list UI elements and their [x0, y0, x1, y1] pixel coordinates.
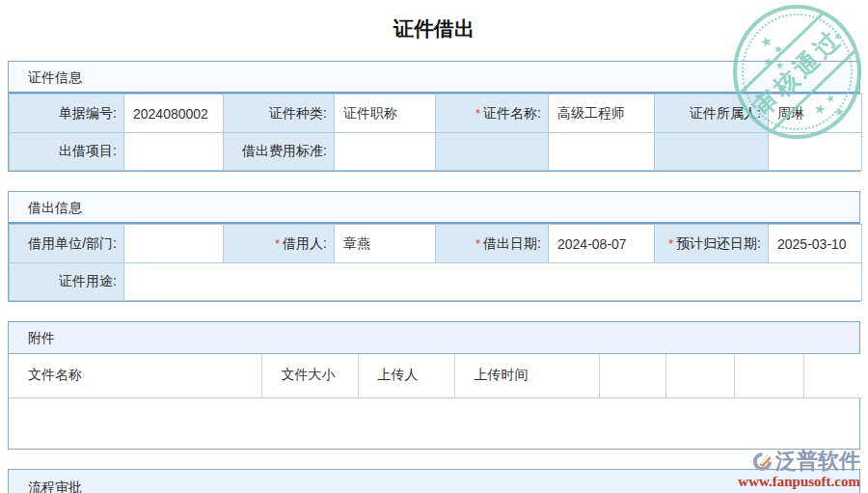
lend-info-section: 借出信息 借用单位/部门: *借用人: 章燕 *借出日期: 2024-08-07… [8, 191, 860, 302]
cert-name-label: *证件名称: [436, 95, 549, 133]
cert-info-section: 证件信息 单据编号: 2024080002 证件种类: 证件职称 *证件名称: … [8, 61, 860, 172]
col-header-upload-time: 上传时间 [454, 354, 599, 397]
required-icon: * [475, 236, 480, 251]
attachments-section-title: 附件 [9, 322, 859, 354]
attachments-table: 文件名称 文件大小 上传人 上传时间 [9, 354, 861, 398]
fee-standard-value[interactable] [335, 133, 436, 171]
cert-info-section-title: 证件信息 [9, 62, 859, 94]
cert-type-label: 证件种类: [224, 95, 335, 133]
empty-value-cell [549, 133, 655, 171]
borrow-dept-label: 借用单位/部门: [10, 225, 124, 263]
cert-owner-label: 证件所属人: [655, 95, 769, 133]
empty-label-cell [655, 133, 769, 171]
doc-no-value[interactable]: 2024080002 [124, 95, 224, 133]
required-icon: * [668, 236, 673, 251]
required-icon: * [475, 106, 480, 121]
borrow-dept-value[interactable] [124, 225, 224, 263]
vendor-logo-text: 泛普软件 [775, 451, 860, 472]
attachments-section: 附件 文件名称 文件大小 上传人 上传时间 [8, 321, 860, 450]
fanpu-logo-icon [752, 452, 773, 472]
borrower-label: *借用人: [224, 225, 335, 263]
cert-name-value[interactable]: 高级工程师 [549, 95, 655, 133]
col-header-empty [665, 354, 734, 397]
cert-info-table: 单据编号: 2024080002 证件种类: 证件职称 *证件名称: 高级工程师… [9, 94, 862, 171]
cert-type-value[interactable]: 证件职称 [335, 95, 436, 133]
cert-owner-value[interactable]: 周琳 [769, 95, 862, 133]
lend-date-value[interactable]: 2024-08-07 [549, 225, 655, 263]
empty-value-cell [769, 133, 862, 171]
col-header-file-size: 文件大小 [261, 354, 358, 397]
col-header-empty [803, 354, 861, 397]
page: 证件借出 证件信息 单据编号: 2024080002 证件种类: 证件职称 *证… [0, 0, 868, 493]
lend-project-label: 出借项目: [10, 133, 124, 171]
lend-date-label: *借出日期: [436, 225, 549, 263]
return-date-label: *预计归还日期: [655, 225, 769, 263]
attachments-empty-body [9, 398, 859, 449]
purpose-label: 证件用途: [10, 263, 124, 301]
return-date-value[interactable]: 2025-03-10 [769, 225, 862, 263]
col-header-uploader: 上传人 [358, 354, 454, 397]
col-header-empty [734, 354, 803, 397]
required-icon: * [275, 236, 280, 251]
lend-project-value[interactable] [124, 133, 224, 171]
lend-info-table: 借用单位/部门: *借用人: 章燕 *借出日期: 2024-08-07 *预计归… [9, 224, 862, 301]
col-header-empty [599, 354, 665, 397]
page-title: 证件借出 [8, 0, 860, 61]
empty-label-cell [436, 133, 549, 171]
lend-info-section-title: 借出信息 [9, 192, 859, 224]
approval-flow-section-title: 流程审批 [28, 479, 82, 493]
approval-flow-section: 流程审批 [8, 469, 860, 493]
col-header-file-name: 文件名称 [9, 354, 261, 397]
purpose-value[interactable] [124, 263, 862, 301]
fee-standard-label: 借出费用标准: [224, 133, 335, 171]
vendor-logo-url[interactable]: www.fanpusoft.com [738, 474, 860, 490]
doc-no-label: 单据编号: [10, 95, 124, 133]
borrower-value[interactable]: 章燕 [335, 225, 436, 263]
vendor-logo: 泛普软件 www.fanpusoft.com [738, 451, 860, 490]
